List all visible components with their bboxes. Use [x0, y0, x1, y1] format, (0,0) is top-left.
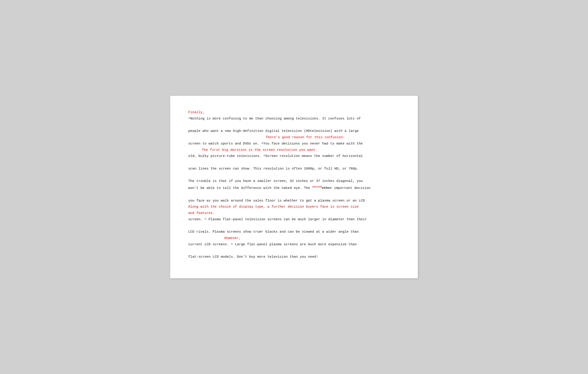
line-8: you face as you walk around the sales fl… — [188, 198, 400, 204]
line-10: LCD rivals. Plasma screens show truer bl… — [188, 229, 400, 235]
line-2: people who want a new high-definition di… — [188, 128, 400, 134]
annotation-4: However, — [188, 235, 400, 241]
line-11: current LCD screens. ^ Large flat-panel … — [188, 241, 400, 248]
annotation-1: There's good reason for this confusion: — [188, 134, 400, 141]
spacer-2 — [188, 159, 400, 166]
spacer-6 — [188, 248, 400, 254]
spacer-5 — [188, 223, 400, 229]
line-3: screen to watch sports and DVDs on. ^You… — [188, 141, 400, 147]
line-6: The trouble is that if you have a smalle… — [188, 178, 400, 184]
line-5: scan lines the screen can show. This res… — [188, 166, 400, 172]
spacer-4 — [188, 191, 400, 198]
annotation-3b: and features. — [188, 210, 400, 217]
line-4: old, bulky picture-tube televisions. ^Sc… — [188, 153, 400, 159]
document-page: Finally, ^Nothing is more confusing to m… — [170, 96, 418, 278]
document-content: Finally, ^Nothing is more confusing to m… — [188, 109, 400, 260]
finally-label: Finally, — [188, 109, 400, 116]
line-7: won't be able to tell the difference wit… — [188, 184, 400, 191]
spacer-1 — [188, 122, 400, 128]
annotation-2: The first big decision is the screen res… — [188, 147, 400, 153]
spacer-3 — [188, 172, 400, 178]
annotation-3: Along with the choice of display type, a… — [188, 204, 400, 210]
line-12: flat-screen LCD models. Don't buy more t… — [188, 254, 400, 260]
line-9: screen. ^ Plasma flat-panel television s… — [188, 217, 400, 223]
line-1: ^Nothing is more confusing to me than ch… — [188, 116, 400, 122]
